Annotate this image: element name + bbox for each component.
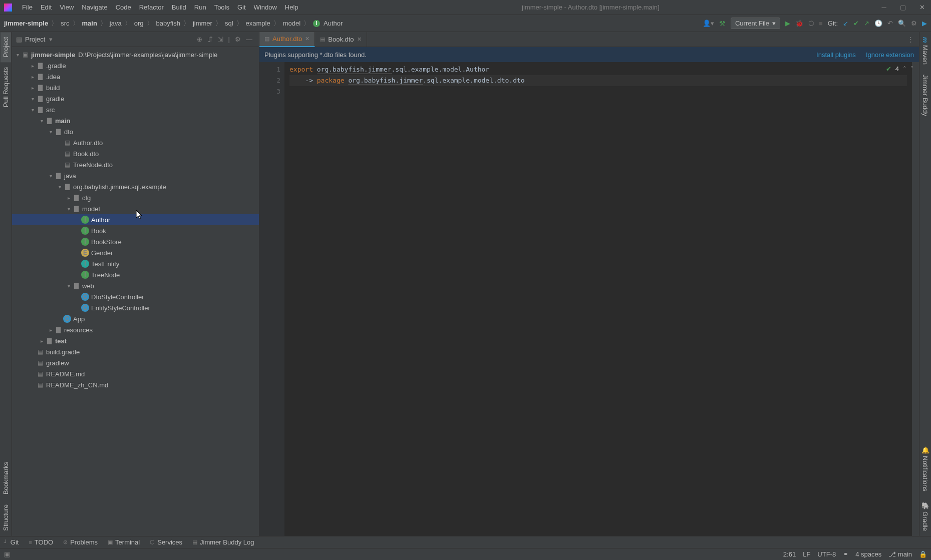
tree-row[interactable]: ▾▇model xyxy=(12,203,259,214)
chevron-icon[interactable]: ▾ xyxy=(29,96,36,102)
chevron-icon[interactable]: ▸ xyxy=(38,338,45,344)
tree-row[interactable]: ▸▇cfg xyxy=(12,192,259,203)
install-plugins-link[interactable]: Install plugins xyxy=(816,51,856,59)
right-tab-maven[interactable]: mMaven xyxy=(920,32,930,70)
editor-tab-more-icon[interactable]: ⋮ xyxy=(902,36,919,43)
collapse-all-icon[interactable]: ⇲ xyxy=(218,36,223,43)
ignore-extension-link[interactable]: Ignore extension xyxy=(866,51,914,59)
editor-tab-author[interactable]: ▤ Author.dto ✕ xyxy=(259,32,315,47)
close-tab-icon[interactable]: ✕ xyxy=(357,36,362,43)
code-text[interactable]: export org.babyfish.jimmer.sql.example.m… xyxy=(284,62,912,536)
search-icon[interactable]: 🔍 xyxy=(898,20,906,27)
close-icon[interactable]: ✕ xyxy=(917,4,927,11)
menu-code[interactable]: Code xyxy=(112,4,135,11)
menu-navigate[interactable]: Navigate xyxy=(78,4,111,11)
reader-mode-icon[interactable]: ⚭ xyxy=(843,550,848,558)
bottom-tab-todo[interactable]: ≡TODO xyxy=(29,538,53,546)
chevron-icon[interactable]: ▾ xyxy=(56,184,63,190)
select-opened-icon[interactable]: ⊕ xyxy=(197,36,202,43)
left-tab-bookmarks[interactable]: Bookmarks xyxy=(1,457,11,499)
tree-row[interactable]: ▾▇java xyxy=(12,170,259,181)
crumb-model[interactable]: model xyxy=(283,20,300,27)
tree-row[interactable]: ▾▇web xyxy=(12,280,259,291)
left-tab-project[interactable]: Project xyxy=(1,32,11,62)
tree-row[interactable]: ▸▇build xyxy=(12,82,259,93)
chevron-icon[interactable]: ▾ xyxy=(65,283,72,289)
tree-row[interactable]: ▾▇main xyxy=(12,115,259,126)
breadcrumb[interactable]: jimmer-simple〉 src〉 main〉 java〉 org〉 bab… xyxy=(4,19,343,28)
left-tab-structure[interactable]: Structure xyxy=(1,499,11,536)
menu-git[interactable]: Git xyxy=(233,4,250,11)
editor-tab-book[interactable]: ▤ Book.dto ✕ xyxy=(315,32,367,47)
project-tree[interactable]: ▾ ▣ jimmer-simple D:\Projects\jimmer-exa… xyxy=(12,47,259,536)
tree-row[interactable]: ITestEntity xyxy=(12,258,259,269)
editor-scrollbar[interactable] xyxy=(912,62,919,536)
coverage-icon[interactable]: ⬡ xyxy=(808,20,814,27)
settings-icon[interactable]: ⚙ xyxy=(911,20,917,27)
add-config-icon[interactable]: 👤▾ xyxy=(703,20,714,27)
tree-row[interactable]: ▾▇dto xyxy=(12,126,259,137)
crumb-org[interactable]: org xyxy=(134,20,144,27)
maximize-icon[interactable]: ▢ xyxy=(898,4,908,11)
menu-window[interactable]: Window xyxy=(250,4,281,11)
status-left-icon[interactable]: ▣ xyxy=(4,550,10,558)
left-tab-pullrequests[interactable]: Pull Requests xyxy=(1,62,11,112)
chevron-icon[interactable]: ▸ xyxy=(29,85,36,91)
tree-row[interactable]: IBook xyxy=(12,225,259,236)
crumb-jimmer[interactable]: jimmer xyxy=(193,20,212,27)
tree-row[interactable]: ▾▇org.babyfish.jimmer.sql.example xyxy=(12,181,259,192)
chevron-icon[interactable]: ▾ xyxy=(38,118,45,124)
tree-row[interactable]: ▤README.md xyxy=(12,368,259,379)
tree-row[interactable]: ▸▇.gradle xyxy=(12,60,259,71)
inspection-widget[interactable]: ✔ 4 ˄ ˅ xyxy=(886,65,914,73)
bottom-tab-git[interactable]: ┘Git xyxy=(4,538,19,546)
tree-row[interactable]: ▾▇gradle xyxy=(12,93,259,104)
run-config-dropdown[interactable]: Current File ▾ xyxy=(731,18,780,29)
tree-row[interactable]: ▾▇src xyxy=(12,104,259,115)
build-icon[interactable]: ⚒ xyxy=(719,20,726,28)
bottom-tab-jimmerbuddylog[interactable]: ▤Jimmer Buddy Log xyxy=(192,538,254,546)
menu-edit[interactable]: Edit xyxy=(37,4,56,11)
tree-row[interactable]: ITreeNode xyxy=(12,269,259,280)
history-icon[interactable]: 🕓 xyxy=(874,20,882,27)
vcs-update-icon[interactable]: ↙ xyxy=(843,20,848,27)
menu-help[interactable]: Help xyxy=(281,4,302,11)
chevron-icon[interactable]: ▸ xyxy=(29,74,36,80)
crumb-src[interactable]: src xyxy=(61,20,69,27)
lock-icon[interactable]: 🔒 xyxy=(919,550,927,558)
crumb-project[interactable]: jimmer-simple xyxy=(4,20,48,27)
stop-icon[interactable]: ■ xyxy=(819,20,823,27)
prev-highlight-icon[interactable]: ˄ xyxy=(903,65,906,73)
menu-tools[interactable]: Tools xyxy=(210,4,233,11)
right-tab-gradle[interactable]: 🐘Gradle xyxy=(920,496,930,536)
chevron-icon[interactable]: ▾ xyxy=(65,206,72,212)
indent[interactable]: 4 spaces xyxy=(855,550,881,558)
cursor-pos[interactable]: 2:61 xyxy=(783,550,796,558)
close-tab-icon[interactable]: ✕ xyxy=(305,36,309,42)
run-icon[interactable]: ▶ xyxy=(785,20,790,27)
tree-row[interactable]: IBookStore xyxy=(12,236,259,247)
tree-row[interactable]: ▤TreeNode.dto xyxy=(12,159,259,170)
menu-refactor[interactable]: Refactor xyxy=(135,4,168,11)
menu-run[interactable]: Run xyxy=(190,4,210,11)
expand-all-icon[interactable]: ⇵ xyxy=(207,36,213,43)
hide-icon[interactable]: — xyxy=(246,36,252,43)
tree-row[interactable]: EGender xyxy=(12,247,259,258)
vcs-push-icon[interactable]: ↗ xyxy=(864,20,869,27)
tree-root[interactable]: ▾ ▣ jimmer-simple D:\Projects\jimmer-exa… xyxy=(12,49,259,60)
crumb-main[interactable]: main xyxy=(82,20,97,27)
crumb-java[interactable]: java xyxy=(110,20,122,27)
vcs-commit-icon[interactable]: ✔ xyxy=(853,20,859,27)
chevron-icon[interactable]: ▾ xyxy=(29,107,36,113)
tree-row[interactable]: ▤build.gradle xyxy=(12,346,259,357)
line-sep[interactable]: LF xyxy=(803,550,810,558)
bottom-tab-problems[interactable]: ⊘Problems xyxy=(63,538,98,546)
menu-file[interactable]: File xyxy=(18,4,37,11)
tree-row[interactable]: ▤gradlew xyxy=(12,357,259,368)
next-highlight-icon[interactable]: ˅ xyxy=(910,65,914,73)
crumb-sql[interactable]: sql xyxy=(225,20,233,27)
tree-row[interactable]: ▤Book.dto xyxy=(12,148,259,159)
run-anything-icon[interactable]: ▶ xyxy=(922,20,927,27)
tree-row[interactable]: ▤Author.dto xyxy=(12,137,259,148)
crumb-author[interactable]: Author xyxy=(324,20,343,27)
